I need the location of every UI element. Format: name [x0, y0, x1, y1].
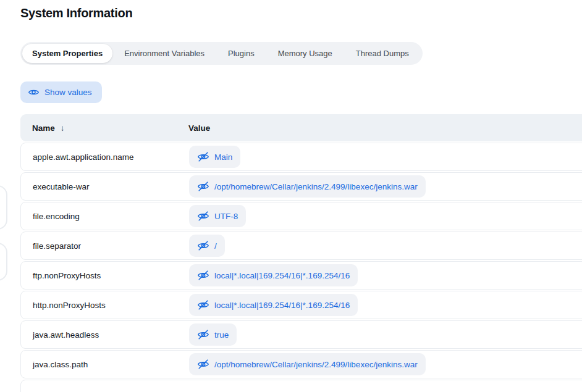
property-value: local|*.local|169.254/16|*.169.254/16 [214, 271, 350, 280]
table-row: java.awt.headless true [20, 320, 582, 349]
eye-off-icon [197, 210, 209, 222]
property-value: true [214, 330, 229, 340]
offscreen-panel-edge [0, 185, 7, 230]
eye-icon [28, 86, 40, 98]
tab-environment-variables[interactable]: Environment Variables [112, 44, 216, 63]
hidden-value-button[interactable]: Main [189, 146, 240, 168]
system-information-page: System Information System Properties Env… [0, 0, 582, 392]
property-name: ftp.nonProxyHosts [33, 271, 101, 280]
table-row: file.encoding UTF-8 [20, 202, 582, 230]
table-header-row: Name ↓ Value [20, 114, 582, 141]
hidden-value-button[interactable]: /opt/homebrew/Cellar/jenkins/2.499/libex… [189, 353, 426, 375]
table-row: ftp.nonProxyHosts local|*.local|169.254/… [20, 261, 582, 290]
table-row: apple.awt.application.name Main [20, 143, 582, 171]
table-row: http.nonProxyHosts local|*.local|169.254… [20, 291, 582, 319]
property-name: executable-war [33, 182, 90, 191]
eye-off-icon [197, 269, 209, 281]
eye-off-icon [197, 358, 209, 370]
table-row-partial [20, 380, 582, 392]
property-name: file.encoding [33, 212, 80, 221]
arrow-down-icon[interactable]: ↓ [61, 123, 65, 133]
property-name: java.class.path [33, 360, 88, 369]
table-row: file.separator / [20, 231, 582, 260]
offscreen-panel-edge [0, 243, 7, 281]
eye-off-icon [197, 240, 209, 252]
table-row: executable-war /opt/homebrew/Cellar/jenk… [20, 172, 582, 201]
hidden-value-button[interactable]: local|*.local|169.254/16|*.169.254/16 [189, 264, 358, 286]
property-name: file.separator [33, 241, 81, 251]
property-name: java.awt.headless [33, 330, 99, 340]
property-name: http.nonProxyHosts [33, 301, 106, 310]
tab-system-properties[interactable]: System Properties [22, 44, 112, 63]
tab-thread-dumps[interactable]: Thread Dumps [344, 44, 421, 63]
tab-plugins[interactable]: Plugins [216, 44, 266, 63]
page-title: System Information [20, 6, 132, 20]
table-row: java.class.path /opt/homebrew/Cellar/jen… [20, 350, 582, 378]
hidden-value-button[interactable]: /opt/homebrew/Cellar/jenkins/2.499/libex… [189, 175, 426, 198]
hidden-value-button[interactable]: local|*.local|169.254/16|*.169.254/16 [189, 294, 358, 316]
hidden-value-button[interactable]: true [189, 323, 237, 346]
tab-bar: System Properties Environment Variables … [20, 42, 423, 65]
hidden-value-button[interactable]: / [189, 235, 225, 257]
show-values-button[interactable]: Show values [20, 81, 102, 103]
property-value: local|*.local|169.254/16|*.169.254/16 [214, 301, 350, 310]
property-value: /opt/homebrew/Cellar/jenkins/2.499/libex… [214, 182, 418, 191]
eye-off-icon [197, 328, 209, 341]
column-header-value[interactable]: Value [188, 123, 210, 133]
tab-memory-usage[interactable]: Memory Usage [266, 44, 344, 63]
eye-off-icon [197, 151, 209, 163]
property-value: /opt/homebrew/Cellar/jenkins/2.499/libex… [214, 360, 418, 369]
property-value: / [214, 241, 217, 251]
show-values-label: Show values [44, 88, 92, 97]
property-value: Main [214, 152, 232, 162]
property-value: UTF-8 [214, 212, 238, 221]
column-header-name[interactable]: Name [32, 123, 55, 133]
system-properties-table: Name ↓ Value apple.awt.application.name … [20, 114, 582, 392]
eye-off-icon [197, 299, 209, 311]
property-name: apple.awt.application.name [33, 152, 134, 162]
eye-off-icon [197, 180, 209, 193]
hidden-value-button[interactable]: UTF-8 [189, 205, 246, 227]
